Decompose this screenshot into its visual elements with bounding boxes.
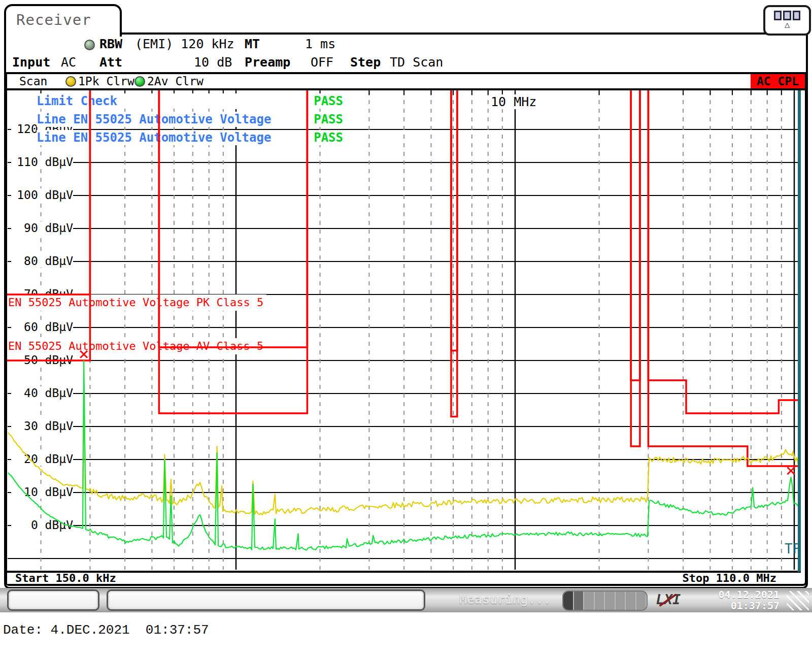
triangle-icon: △ [765,20,809,29]
trace-layer [7,90,801,572]
tab-title: Receiver [16,11,120,28]
resize-grip-icon[interactable] [787,591,809,610]
mt-value[interactable]: 1 ms [305,37,335,51]
page-date-line: Date: 4.DEC.2021 01:37:57 [3,622,209,638]
softkey-button-2[interactable] [107,589,425,611]
step-label: Step [350,55,381,70]
rbw-label: RBW [99,37,122,51]
plot-area[interactable]: 120 dBµV110 dBµV100 dBµV90 dBµV80 dBµV70… [7,90,801,572]
att-value[interactable]: 10 dB [194,55,232,70]
plot-right-edge [798,90,801,572]
measuring-status: Measuring... [459,592,551,607]
ac-coupling-badge: AC CPL [751,74,805,88]
trace2-label[interactable]: 2Av Clrw [147,75,204,88]
taskbar-datetime: 04.12.2021 01:37:57 [700,589,780,611]
softkey-button-1[interactable] [7,589,99,611]
start-frequency[interactable]: Start 150.0 kHz [15,573,116,584]
mt-label: MT [245,37,260,51]
measurement-window: Scan 1Pk Clrw 2Av Clrw AC CPL 120 dBµV11… [5,72,807,586]
trace2-led-icon [134,76,145,87]
rbw-led-icon [84,40,95,50]
display-select-button[interactable]: △ [763,5,811,36]
input-value[interactable]: AC [61,55,76,70]
trace1-label[interactable]: 1Pk Clrw [78,75,134,88]
status-taskbar: Measuring... LXI 04.12.2021 01:37:57 [0,588,812,612]
preamp-label: Preamp [245,55,290,70]
receiver-screen: Receiver △ RBW (EMI) 120 kHz MT 1 ms Inp… [0,0,812,656]
marker-x-icon [787,467,794,474]
taskbar-time: 01:37:57 [700,600,780,611]
att-label: Att [99,55,122,70]
scan-title: Scan [19,75,47,88]
tab-receiver[interactable]: Receiver [4,4,122,37]
lxi-icon: LXI [654,592,683,607]
rbw-value[interactable]: (EMI) 120 kHz [135,37,234,51]
taskbar-date: 04.12.2021 [700,589,780,600]
measure-progress-bar [562,591,648,611]
trace1-led-icon [65,76,76,87]
scan-bar: Scan 1Pk Clrw 2Av Clrw AC CPL [7,74,805,90]
marker-x-icon [80,351,87,358]
preamp-value[interactable]: OFF [311,55,333,70]
step-value[interactable]: TD Scan [390,55,443,70]
stop-frequency[interactable]: Stop 110.0 MHz [683,573,776,584]
frequency-footer: Start 150.0 kHz Stop 110.0 MHz [7,571,801,584]
input-label: Input [12,55,50,70]
